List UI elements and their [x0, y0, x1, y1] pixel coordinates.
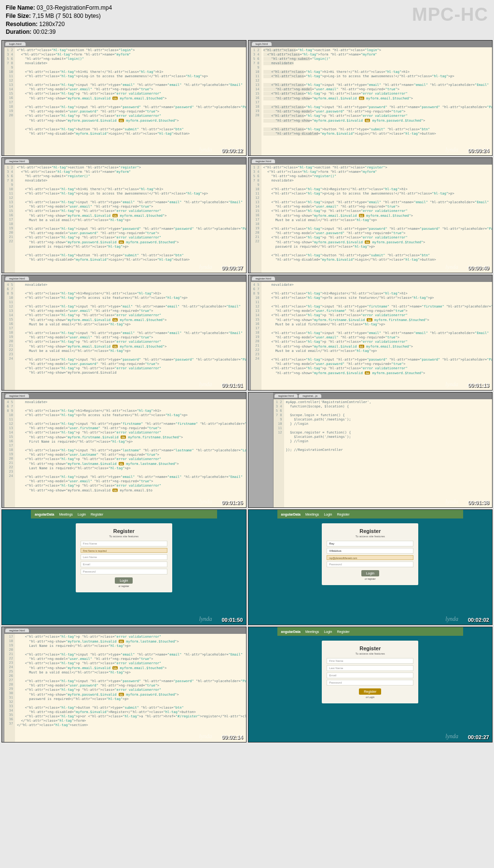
timestamp: 00:01:26 [221, 500, 243, 505]
nav-brand: angularData [281, 630, 301, 633]
password-input[interactable]: Password [81, 569, 167, 574]
editor-tab-2[interactable]: registrat...js [299, 394, 321, 398]
line-gutter: 1 2 3 4 5 6 7 8 9 10 11 12 13 14 15 16 1… [251, 158, 261, 273]
brand-watermark: lynda [445, 264, 458, 271]
firstname-input[interactable]: First Name [327, 658, 413, 664]
timestamp: 00:00:24 [468, 148, 489, 154]
thumbnail-8[interactable]: register.htmlregistrat...js 1 2 3 4 5 6 … [248, 392, 493, 508]
code-content: <"hl-attr">class="hl-tag">section "hl-at… [261, 158, 493, 273]
line-gutter: 17 18 19 20 21 22 23 24 25 26 27 28 29 3… [4, 627, 15, 742]
preview-nav: angularData Meetings Login Register [277, 627, 464, 636]
nav-register[interactable]: Register [91, 513, 103, 516]
email-input[interactable]: Email [327, 672, 413, 678]
brand-watermark: lynda [199, 733, 212, 740]
register-link[interactable]: or register [327, 577, 413, 580]
code-content: <"hl-attr">class="hl-tag">section "hl-at… [15, 158, 247, 273]
brand-watermark: lynda [199, 616, 212, 623]
code-content: novalidate> <"hl-attr">class="hl-tag">h1… [15, 392, 247, 507]
thumbnail-9[interactable]: angularData Meetings Login Register Regi… [1, 509, 247, 625]
login-link[interactable]: or Login [327, 696, 413, 699]
editor-tab[interactable]: register.html [274, 394, 298, 398]
brand-watermark: lynda [445, 498, 458, 505]
resolution-value: 1280x720 [39, 21, 65, 28]
login-button[interactable]: Login [115, 577, 133, 584]
brand-watermark: lynda [445, 146, 458, 154]
register-card: Register To access site features First N… [76, 523, 172, 592]
nav-meetings[interactable]: Meetings [305, 630, 319, 633]
line-gutter: 1 2 3 4 5 6 7 8 9 10 11 12 13 14 15 16 1… [4, 41, 15, 155]
nav-meetings[interactable]: Meetings [59, 513, 72, 516]
line-gutter: 4 5 6 7 8 9 10 11 12 13 14 15 16 17 18 1… [4, 275, 15, 390]
thumbnail-5[interactable]: register.html 4 5 6 7 8 9 10 11 12 13 14… [1, 275, 247, 391]
code-content: novalidate> <"hl-attr">class="hl-tag">h1… [15, 275, 247, 390]
thumbnail-3[interactable]: register.html 1 2 3 4 5 6 7 8 9 10 11 12… [1, 157, 247, 273]
code-content: myApp.controller('RegistrationController… [284, 392, 493, 507]
editor-tab[interactable]: register.html [5, 394, 29, 398]
timestamp: 00:00:12 [221, 148, 243, 154]
line-gutter: 4 5 6 7 8 9 10 11 12 13 14 15 16 17 18 1… [251, 275, 261, 390]
nav-register[interactable]: Register [337, 513, 350, 516]
filesize-value: 7,15 MB (7 501 800 bytes) [32, 13, 100, 19]
firstname-input[interactable]: Ray [327, 541, 413, 546]
lastname-input[interactable]: Villalobos [327, 548, 413, 554]
timestamp: 00:01:01 [221, 382, 243, 388]
editor-tab[interactable]: register.html [5, 277, 29, 280]
email-input[interactable]: Email [81, 561, 167, 567]
file-tree [248, 392, 274, 507]
timestamp: 00:02:27 [468, 734, 489, 740]
brand-watermark: lynda [199, 381, 212, 388]
thumbnail-12[interactable]: angularData Meetings Login Register Regi… [248, 627, 493, 742]
nav-meetings[interactable]: Meetings [305, 513, 319, 516]
nav-login[interactable]: Login [324, 630, 332, 633]
lastname-input[interactable]: Last Name [81, 554, 167, 560]
thumbnail-1[interactable]: login.html 1 2 3 4 5 6 7 8 9 10 11 12 13… [1, 40, 247, 156]
preview-nav: angularData Meetings Login Register [31, 510, 217, 518]
nav-login[interactable]: Login [324, 513, 332, 516]
nav-brand: angularData [281, 513, 301, 516]
register-link[interactable]: or register [81, 585, 167, 588]
thumbnail-grid: login.html 1 2 3 4 5 6 7 8 9 10 11 12 13… [0, 40, 494, 744]
card-subtitle: To access site features [327, 535, 413, 538]
thumbnail-6[interactable]: register.html 4 5 6 7 8 9 10 11 12 13 14… [248, 275, 493, 391]
editor-tab[interactable]: register.html [252, 159, 275, 163]
password-input[interactable]: Password [327, 561, 413, 567]
editor-tab[interactable]: login.html [5, 42, 26, 46]
app-watermark: MPC-HC [412, 2, 488, 28]
brand-watermark: lynda [199, 264, 212, 271]
duration-value: 00:02:39 [33, 28, 56, 35]
editor-tab[interactable]: register.html [5, 629, 29, 632]
file-metadata: File Name: 03_03-RegistrationForm.mp4 Fi… [0, 0, 494, 40]
line-gutter: 1 2 3 4 5 6 7 8 9 10 11 12 13 14 15 16 1… [4, 158, 15, 273]
email-input-hl[interactable]: ray@planetofttheweb.com [327, 555, 413, 560]
password-input[interactable]: Password [327, 680, 413, 686]
thumbnail-4[interactable]: register.html 1 2 3 4 5 6 7 8 9 10 11 12… [248, 157, 493, 273]
filename-label: File Name: [6, 4, 35, 11]
nav-login[interactable]: Login [78, 513, 86, 516]
nav-register[interactable]: Register [337, 630, 350, 633]
editor-tab[interactable]: register.html [5, 159, 29, 163]
thumbnail-11[interactable]: register.html 17 18 19 20 21 22 23 24 25… [1, 627, 247, 742]
brand-watermark: lynda [445, 733, 458, 740]
editor-tab[interactable]: login.html [252, 42, 272, 46]
card-title: Register [81, 528, 167, 534]
nav-brand: angularData [35, 513, 54, 516]
card-subtitle: To access site features [81, 535, 167, 538]
timestamp: 00:00:37 [221, 265, 243, 271]
lastname-input[interactable]: Last Name [327, 665, 413, 671]
timestamp: 00:00:49 [468, 265, 489, 271]
login-button[interactable]: Login [361, 570, 379, 576]
thumbnail-10[interactable]: angularData Meetings Login Register Regi… [248, 509, 493, 625]
register-button[interactable]: Register [359, 688, 381, 695]
editor-tab[interactable]: register.html [252, 277, 275, 280]
thumbnail-7[interactable]: register.html 4 5 6 7 8 9 10 11 12 13 14… [1, 392, 247, 508]
code-content: novalidate> <"hl-attr">class="hl-tag">h1… [261, 275, 493, 390]
timestamp: 00:01:38 [468, 500, 489, 505]
filename-value: 03_03-RegistrationForm.mp4 [37, 4, 112, 11]
brand-watermark: lynda [199, 498, 212, 505]
register-card: Register To access site features First N… [322, 641, 418, 703]
thumbnail-2[interactable]: login.html 1 2 3 4 5 6 7 8 9 10 11 12 13… [248, 40, 493, 156]
timestamp: 00:01:13 [468, 382, 489, 388]
timestamp: 00:01:50 [221, 617, 243, 623]
filesize-label: File Size: [6, 13, 31, 19]
firstname-input[interactable]: First Name [81, 541, 167, 546]
